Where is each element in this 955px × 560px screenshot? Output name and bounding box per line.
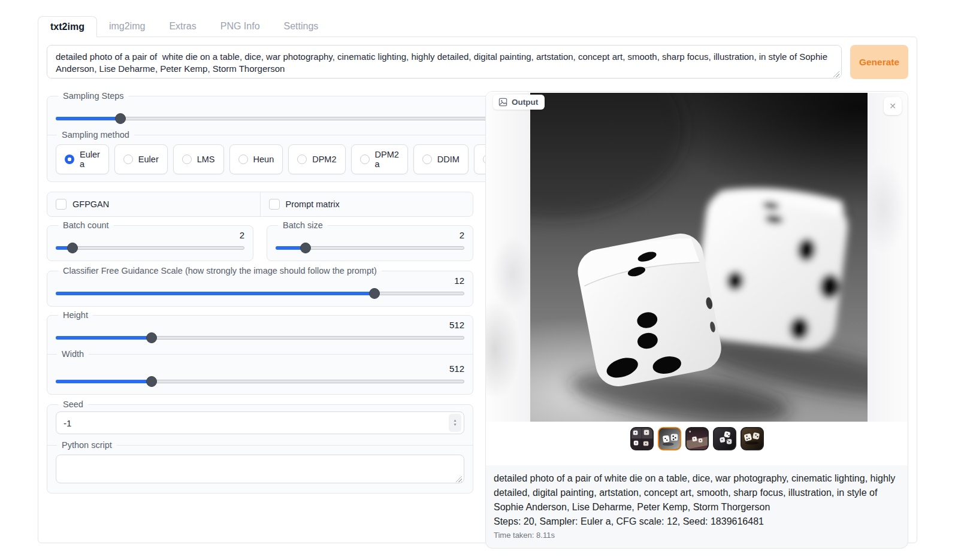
sampler-option-label: DPM2 bbox=[312, 155, 336, 164]
txt2img-panel: detailed photo of a pair of white die on… bbox=[38, 37, 917, 543]
output-column: Output ✕ bbox=[485, 91, 908, 549]
output-header-label: Output bbox=[512, 98, 538, 107]
radio-icon bbox=[360, 155, 370, 164]
gallery-thumbnail-1[interactable] bbox=[630, 427, 654, 450]
sampler-option-label: DDIM bbox=[437, 155, 460, 164]
cfg-scale-slider[interactable] bbox=[56, 288, 464, 299]
height-slider[interactable] bbox=[56, 332, 464, 343]
slider-fill bbox=[56, 380, 152, 383]
cfg-scale-value: 12 bbox=[56, 276, 464, 286]
gallery-thumbnail-2[interactable] bbox=[658, 427, 681, 450]
width-label: Width bbox=[47, 349, 473, 359]
radio-icon bbox=[65, 155, 74, 164]
caption-parameters: Steps: 20, Sampler: Euler a, CFG scale: … bbox=[494, 514, 900, 529]
batch-count-slider[interactable] bbox=[56, 243, 244, 253]
slider-handle[interactable] bbox=[300, 243, 311, 253]
dimensions-group: Height 512 Width 512 bbox=[47, 310, 473, 395]
tab-txt2img[interactable]: txt2img bbox=[38, 16, 97, 37]
stable-diffusion-webui: txt2img img2img Extras PNG Info Settings… bbox=[38, 15, 917, 543]
tab-bar: txt2img img2img Extras PNG Info Settings bbox=[38, 15, 917, 37]
slider-handle[interactable] bbox=[115, 113, 126, 124]
sampler-option-euler[interactable]: Euler bbox=[114, 144, 168, 174]
python-script-input[interactable] bbox=[56, 455, 464, 483]
gallery-right-fade bbox=[863, 93, 908, 422]
slider-handle[interactable] bbox=[369, 288, 380, 299]
slider-fill bbox=[56, 117, 120, 120]
slider-handle[interactable] bbox=[146, 376, 157, 387]
sampler-option-label: LMS bbox=[197, 155, 215, 164]
batch-row: Batch count 2 Batch size 2 bbox=[47, 220, 473, 261]
prompt-row: detailed photo of a pair of white die on… bbox=[47, 45, 908, 81]
seed-group: Seed ▲ ▼ Python script bbox=[47, 399, 473, 494]
height-label: Height bbox=[58, 310, 93, 320]
sampling-steps-label: Sampling Steps bbox=[58, 91, 129, 101]
width-slider[interactable] bbox=[56, 376, 464, 387]
slider-fill bbox=[56, 336, 152, 340]
slider-fill bbox=[56, 292, 374, 295]
generation-info: detailed photo of a pair of white die on… bbox=[486, 465, 908, 548]
batch-size-label: Batch size bbox=[278, 220, 328, 230]
chevron-up-icon[interactable]: ▲ bbox=[454, 419, 457, 423]
batch-size-group: Batch size 2 bbox=[267, 220, 473, 261]
options-row: GFPGAN Prompt matrix bbox=[47, 192, 473, 217]
thumbnail-strip bbox=[486, 427, 908, 450]
batch-size-value: 2 bbox=[276, 230, 464, 241]
generate-button[interactable]: Generate bbox=[850, 45, 908, 79]
settings-column: Sampling Steps 20 Sampling method Euler … bbox=[47, 91, 473, 549]
slider-track[interactable] bbox=[56, 246, 244, 250]
checkbox-icon[interactable] bbox=[56, 199, 67, 210]
tab-png-info[interactable]: PNG Info bbox=[208, 16, 272, 37]
batch-count-value: 2 bbox=[56, 230, 244, 241]
sampler-option-heun[interactable]: Heun bbox=[229, 144, 283, 174]
seed-input[interactable] bbox=[56, 411, 464, 434]
cfg-scale-label: Classifier Free Guidance Scale (how stro… bbox=[58, 266, 382, 276]
gallery-thumbnail-3[interactable] bbox=[685, 427, 709, 450]
sampler-option-lms[interactable]: LMS bbox=[173, 144, 224, 174]
caption-prompt: detailed photo of a pair of white die on… bbox=[494, 471, 900, 514]
sampler-option-dpm2[interactable]: DPM2 bbox=[288, 144, 345, 174]
gfpgan-label: GFPGAN bbox=[72, 199, 109, 209]
gallery-left-fade bbox=[486, 93, 530, 422]
sampler-option-dpm2-a[interactable]: DPM2 a bbox=[351, 144, 408, 174]
prompt-matrix-checkbox[interactable]: Prompt matrix bbox=[260, 192, 473, 216]
sampler-option-label: Heun bbox=[253, 155, 274, 164]
batch-count-group: Batch count 2 bbox=[47, 220, 253, 261]
slider-handle[interactable] bbox=[67, 243, 78, 253]
chevron-down-icon[interactable]: ▼ bbox=[454, 423, 457, 427]
sampling-method-options: Euler a Euler LMS Heun DPM2 DPM2 a DDIM … bbox=[56, 144, 530, 174]
sampling-method-label: Sampling method bbox=[47, 130, 539, 140]
generated-image bbox=[530, 93, 868, 422]
sampler-option-euler-a[interactable]: Euler a bbox=[56, 144, 109, 174]
checkbox-icon[interactable] bbox=[269, 199, 280, 210]
seed-label: Seed bbox=[58, 399, 88, 409]
prompt-matrix-label: Prompt matrix bbox=[286, 199, 340, 209]
sampler-option-label: DPM2 a bbox=[375, 150, 399, 169]
output-header: Output bbox=[493, 95, 545, 110]
output-panel: Output ✕ bbox=[485, 91, 908, 549]
sampler-option-ddim[interactable]: DDIM bbox=[413, 144, 469, 174]
batch-size-slider[interactable] bbox=[276, 243, 464, 253]
sampling-steps-value: 20 bbox=[56, 101, 530, 111]
python-script-label: Python script bbox=[47, 440, 473, 450]
tab-settings[interactable]: Settings bbox=[272, 16, 331, 37]
sampler-option-label: Euler bbox=[138, 155, 159, 164]
radio-icon bbox=[123, 155, 133, 164]
slider-track[interactable] bbox=[56, 117, 530, 120]
slider-handle[interactable] bbox=[146, 332, 157, 343]
close-icon[interactable]: ✕ bbox=[884, 97, 902, 115]
width-value: 512 bbox=[56, 364, 464, 374]
gfpgan-checkbox[interactable]: GFPGAN bbox=[47, 192, 260, 216]
image-icon bbox=[498, 98, 507, 107]
sampler-option-label: Euler a bbox=[80, 150, 100, 169]
tab-extras[interactable]: Extras bbox=[157, 16, 208, 37]
time-taken: Time taken: 8.11s bbox=[494, 531, 900, 540]
prompt-input[interactable]: detailed photo of a pair of white die on… bbox=[47, 45, 842, 78]
gallery-thumbnail-4[interactable] bbox=[713, 427, 736, 450]
radio-icon bbox=[297, 155, 307, 164]
tab-img2img[interactable]: img2img bbox=[97, 16, 157, 37]
height-value: 512 bbox=[56, 320, 464, 331]
gallery-thumbnail-5[interactable] bbox=[741, 427, 764, 450]
sampling-steps-slider[interactable] bbox=[56, 113, 530, 124]
seed-stepper[interactable]: ▲ ▼ bbox=[449, 414, 461, 432]
cfg-scale-group: Classifier Free Guidance Scale (how stro… bbox=[47, 266, 473, 307]
